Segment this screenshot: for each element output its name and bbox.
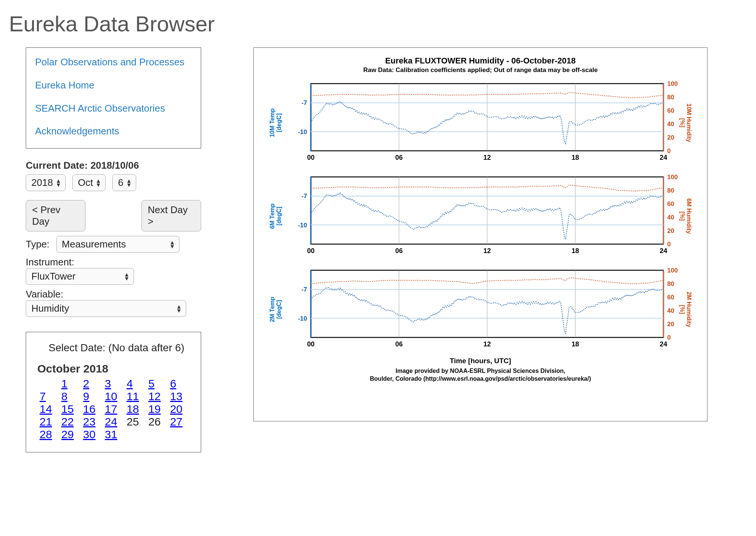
calendar-box: Select Date: (No data after 6) October 2…	[26, 332, 201, 452]
calendar-day-link[interactable]: 27	[170, 415, 182, 428]
svg-text:24: 24	[659, 340, 667, 348]
chart-svg: 0006121824-10-7020406080100	[275, 263, 686, 356]
svg-text:0: 0	[667, 241, 671, 248]
calendar-day-link[interactable]: 11	[126, 390, 139, 402]
variable-select[interactable]: Humidity ▴▾	[26, 300, 186, 317]
calendar-day-link[interactable]: 22	[61, 415, 74, 428]
day-select[interactable]: 6 ▴▾	[112, 174, 136, 191]
updown-icon: ▴▾	[171, 240, 174, 249]
svg-text:12: 12	[483, 247, 491, 255]
date-controls: Current Date: 2018/10/06 2018 ▴▾ Oct ▴▾ …	[26, 160, 201, 321]
chart-title: Eureka FLUXTOWER Humidity - 06-October-2…	[385, 56, 576, 66]
calendar-day-link[interactable]: 3	[105, 377, 111, 390]
svg-text:80: 80	[667, 94, 674, 101]
updown-icon: ▴▾	[97, 179, 100, 187]
calendar-day-link[interactable]: 16	[83, 403, 96, 415]
next-day-button[interactable]: Next Day >	[141, 200, 201, 231]
chart-panel: 6M Temp [degC]6M Humidity [%]0006121824-…	[275, 169, 686, 263]
current-date-label: Current Date:	[26, 160, 88, 171]
instrument-label: Instrument:	[26, 256, 74, 268]
nav-link-home[interactable]: Eureka Home	[35, 79, 192, 92]
x-axis-label: Time [hours, UTC]	[450, 357, 511, 365]
calendar-day-link[interactable]: 12	[148, 390, 160, 402]
type-select-value: Measurements	[62, 239, 126, 250]
svg-text:20: 20	[667, 134, 674, 141]
svg-text:100: 100	[667, 174, 678, 181]
calendar-day-link[interactable]: 6	[170, 377, 176, 390]
calendar-day-link[interactable]: 28	[40, 428, 52, 440]
svg-text:24: 24	[659, 154, 667, 161]
calendar-header: Select Date: (No data after 6)	[49, 341, 190, 355]
calendar-day-nolink: 25	[124, 415, 146, 428]
calendar-day-link[interactable]: 1	[61, 377, 68, 390]
calendar-day-link[interactable]: 20	[170, 403, 182, 415]
svg-text:60: 60	[667, 200, 674, 208]
calendar-day-link[interactable]: 31	[105, 428, 117, 440]
svg-text:40: 40	[667, 214, 674, 221]
nav-link-polar[interactable]: Polar Observations and Processes	[35, 56, 192, 69]
svg-text:12: 12	[483, 340, 491, 348]
calendar-day-link[interactable]: 5	[148, 377, 154, 390]
svg-text:18: 18	[571, 340, 579, 348]
chart-panel: 10M Temp [degC]10M Humidity [%]000612182…	[275, 76, 686, 169]
current-date-value: 2018/10/06	[90, 160, 139, 171]
calendar-day-link[interactable]: 30	[83, 428, 96, 440]
svg-text:00: 00	[307, 340, 314, 348]
calendar-day-link[interactable]: 14	[40, 403, 52, 415]
calendar-day-link[interactable]: 15	[61, 403, 74, 415]
svg-text:80: 80	[667, 280, 674, 287]
svg-text:-7: -7	[301, 286, 307, 293]
svg-text:-7: -7	[301, 99, 307, 106]
calendar-month-title: October 2018	[37, 362, 190, 375]
calendar-day-nolink: 26	[146, 415, 168, 428]
svg-text:-10: -10	[298, 315, 307, 322]
instrument-select-value: FluxTower	[31, 271, 75, 282]
page-title: Eureka Data Browser	[9, 11, 747, 36]
calendar-day-link[interactable]: 10	[105, 390, 117, 402]
calendar-day-link[interactable]: 18	[126, 403, 139, 415]
svg-text:20: 20	[667, 321, 674, 328]
svg-text:12: 12	[483, 154, 491, 161]
chart-credit-line2: Boulder, Colorado (http://www.esrl.noaa.…	[370, 375, 591, 382]
type-select[interactable]: Measurements ▴▾	[56, 236, 179, 253]
year-select[interactable]: 2018 ▴▾	[26, 174, 66, 191]
updown-icon: ▴▾	[127, 179, 131, 187]
calendar-day-link[interactable]: 23	[83, 415, 96, 428]
variable-label: Variable:	[26, 289, 63, 300]
chart-svg: 0006121824-10-7020406080100	[275, 76, 686, 169]
updown-icon: ▴▾	[125, 272, 128, 281]
month-select[interactable]: Oct ▴▾	[72, 174, 106, 191]
calendar-day-link[interactable]: 8	[61, 390, 68, 402]
chart-svg: 0006121824-10-7020406080100	[275, 169, 686, 263]
svg-text:100: 100	[667, 80, 678, 87]
svg-text:00: 00	[307, 154, 314, 161]
calendar-day-link[interactable]: 7	[40, 390, 46, 402]
calendar-day-link[interactable]: 21	[40, 415, 52, 428]
calendar-day-link[interactable]: 13	[170, 390, 182, 402]
calendar-day-link[interactable]: 9	[83, 390, 90, 402]
calendar-day-link[interactable]: 2	[83, 377, 90, 390]
chart-credit-line1: Image provided by NOAA-ESRL Physical Sci…	[396, 368, 565, 374]
svg-text:100: 100	[667, 267, 678, 274]
svg-text:20: 20	[667, 227, 674, 234]
year-select-value: 2018	[31, 177, 53, 188]
svg-text:-7: -7	[301, 193, 307, 200]
svg-text:06: 06	[395, 154, 403, 161]
calendar-day-link[interactable]: 29	[61, 428, 74, 440]
svg-text:0: 0	[667, 334, 671, 341]
day-select-value: 6	[118, 177, 123, 188]
calendar-day-link[interactable]: 24	[105, 415, 117, 428]
svg-text:18: 18	[571, 247, 579, 255]
svg-text:06: 06	[395, 247, 403, 255]
calendar-day-link[interactable]: 17	[105, 403, 117, 415]
chart-panel: 2M Temp [degC]2M Humidity [%]0006121824-…	[275, 263, 686, 356]
instrument-select[interactable]: FluxTower ▴▾	[26, 268, 134, 285]
chart-subtitle: Raw Data: Calibration coefficients appli…	[363, 66, 597, 74]
prev-day-button[interactable]: < Prev Day	[26, 200, 85, 231]
calendar-day-link[interactable]: 4	[126, 377, 133, 390]
calendar-day-link[interactable]: 19	[148, 403, 160, 415]
nav-link-ack[interactable]: Acknowledgements	[35, 125, 192, 138]
svg-text:80: 80	[667, 187, 674, 194]
svg-text:00: 00	[307, 247, 314, 255]
nav-link-search[interactable]: SEARCH Arctic Observatories	[35, 102, 192, 115]
